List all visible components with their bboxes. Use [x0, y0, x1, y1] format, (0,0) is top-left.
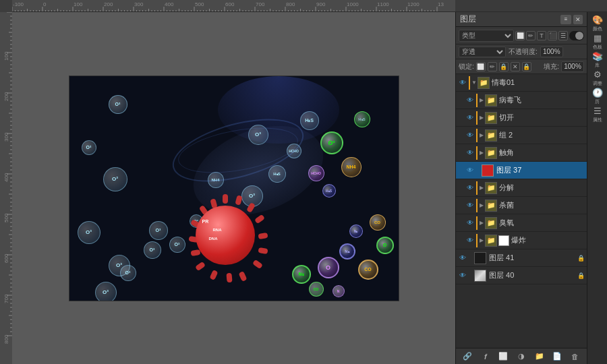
bubble: O³ — [144, 241, 161, 259]
layers-panel-toolbar: 🔗 f ⬜ ◑ 📁 📄 🗑 — [456, 348, 587, 364]
layer-effects-btn[interactable]: f — [480, 351, 492, 363]
bubble-co-2: CO — [370, 214, 386, 231]
layer-name-10: 爆炸 — [511, 235, 585, 245]
layer-name-3: 切开 — [499, 113, 585, 123]
link-layers-btn[interactable]: 🔗 — [461, 351, 473, 363]
layer-item-37[interactable]: 👁 图层 37 — [456, 162, 587, 179]
eye-toggle-2[interactable]: 👁 — [465, 96, 475, 105]
layer-item-41[interactable]: 👁 图层 41 🔒 — [456, 249, 587, 267]
lock-draw-btn[interactable]: ✏ — [488, 62, 497, 71]
vertical-ruler — [0, 12, 12, 364]
right-icon-strip: 🎨 颜色 ▦ 色板 📚 库 ⚙ 调整 🕐 历 ☰ 属性 — [587, 12, 607, 364]
bubble: O³ — [82, 140, 96, 155]
bubble: O³ — [169, 237, 185, 253]
color-panel-icon[interactable]: 🎨 颜色 — [589, 15, 606, 32]
eye-toggle-11[interactable]: 👁 — [458, 253, 467, 263]
bubble: H₂S — [300, 111, 319, 130]
adjustments-panel-icon[interactable]: ⚙ 调整 — [589, 69, 606, 87]
virus: PR RNA DNA — [187, 198, 268, 278]
layers-panel: 图层 ≡ ✕ 类型 ⬜ ✏ T ⬛ ☰ 穿透 — [455, 12, 587, 364]
filter-icon-3[interactable]: T — [537, 31, 546, 40]
eye-toggle-7[interactable]: 👁 — [465, 183, 475, 193]
filter-icon-4[interactable]: ⬛ — [548, 31, 557, 40]
artwork-canvas: O³ O³ O³ O³ O³ O³ O³ O³ O³ O³ O³ NH4 NH4… — [69, 75, 399, 301]
adjustment-layer-btn[interactable]: ◑ — [515, 351, 527, 363]
filter-icon-1[interactable]: ⬜ — [515, 31, 525, 40]
filter-icon-5[interactable]: ☰ — [558, 31, 568, 40]
bubble-blue: H₂S — [322, 184, 336, 198]
bubble: O³ — [103, 167, 127, 191]
bubble-o-2: O — [376, 237, 394, 254]
fill-input[interactable] — [561, 61, 584, 72]
filter-toggle[interactable] — [569, 31, 584, 40]
layer-item-bingdufe[interactable]: 👁 ▶ 📁 病毒飞 — [456, 92, 587, 109]
lock-icon-12: 🔒 — [577, 272, 585, 280]
eye-toggle-10[interactable]: 👁 — [465, 236, 475, 245]
panel-menu-button[interactable]: ≡ — [560, 15, 571, 24]
lock-pixel-btn[interactable]: 🔒 — [499, 62, 509, 71]
eye-toggle-1[interactable]: 👁 — [458, 78, 467, 88]
bubble: O³ — [109, 95, 127, 114]
lock-all-btn[interactable]: 🔒 — [522, 62, 531, 71]
bubble-purple: HCHO — [308, 165, 324, 181]
layer-name-5: 触角 — [499, 148, 585, 158]
layer-name-9: 臭氧 — [499, 218, 585, 228]
layer-name-8: 杀菌 — [499, 200, 585, 210]
layers-panel-titlebar: 图层 ≡ ✕ — [456, 12, 587, 27]
layer-item-choudang[interactable]: 👁 ▶ 📁 臭氧 — [456, 214, 587, 232]
bubble-co-3: CO — [309, 282, 324, 297]
eye-toggle-6[interactable]: 👁 — [465, 166, 475, 175]
layer-name-2: 病毒飞 — [499, 95, 585, 105]
eye-toggle-4[interactable]: 👁 — [465, 131, 475, 140]
layer-list: 👁 ▼ 📁 情毒01 👁 ▶ 📁 病毒飞 👁 — [456, 74, 587, 348]
layer-item-shajun[interactable]: 👁 ▶ 📁 杀菌 — [456, 197, 587, 214]
layer-name-6: 图层 37 — [496, 165, 585, 175]
layer-type-select[interactable]: 类型 — [459, 30, 514, 42]
bubble-co-1: CO — [358, 260, 378, 280]
new-layer-btn[interactable]: 📄 — [551, 351, 563, 363]
layer-item-baozha[interactable]: 👁 ▶ 📁 爆炸 — [456, 232, 587, 249]
group-layers-btn[interactable]: 📁 — [533, 351, 546, 363]
bubble: O³ — [95, 282, 117, 301]
eye-toggle-12[interactable]: 👁 — [458, 271, 467, 280]
layer-item-fenjie[interactable]: 👁 ▶ 📁 分解 — [456, 179, 587, 197]
fill-label: 填充: — [544, 62, 559, 71]
panel-close-button[interactable]: ✕ — [573, 15, 583, 24]
bubble: O³ — [149, 221, 168, 240]
eye-toggle-8[interactable]: 👁 — [465, 201, 475, 210]
opacity-input[interactable] — [540, 47, 563, 57]
library-panel-icon[interactable]: 📚 库 — [589, 51, 606, 69]
eye-toggle-5[interactable]: 👁 — [465, 148, 475, 158]
layer-name-4: 组 2 — [499, 130, 585, 140]
bubble-green2: H₂S — [354, 111, 370, 127]
bubble-orange: NH4 — [341, 157, 362, 177]
swatches-panel-icon[interactable]: ▦ 色板 — [589, 33, 606, 51]
eye-toggle-3[interactable]: 👁 — [465, 113, 475, 123]
lock-label: 锁定: — [459, 62, 474, 71]
properties-panel-icon[interactable]: ☰ 属性 — [589, 106, 606, 123]
bubble-n2-3: N₂ — [349, 224, 363, 238]
lock-move-btn[interactable]: ✕ — [511, 62, 520, 71]
horizontal-ruler — [0, 0, 607, 12]
blend-mode-select[interactable]: 穿透 — [459, 47, 506, 57]
layer-item-zu2[interactable]: 👁 ▶ 📁 组 2 — [456, 127, 587, 144]
canvas-area: O³ O³ O³ O³ O³ O³ O³ O³ O³ O³ O³ NH4 NH4… — [12, 12, 455, 364]
filter-icon-2[interactable]: ✏ — [526, 31, 536, 40]
layer-item-40[interactable]: 👁 图层 40 🔒 — [456, 267, 587, 284]
layer-mask-btn[interactable]: ⬜ — [497, 351, 509, 363]
bubble-n2-2: N₂ — [339, 243, 355, 260]
layer-name-7: 分解 — [499, 183, 585, 193]
eye-toggle-9[interactable]: 👁 — [465, 218, 475, 228]
layer-item-qingdu01[interactable]: 👁 ▼ 📁 情毒01 — [456, 74, 587, 92]
lock-position-btn[interactable]: ⬜ — [476, 62, 486, 71]
blend-opacity-bar: 穿透 不透明度: — [456, 44, 587, 59]
layer-name-1: 情毒01 — [492, 78, 585, 88]
layers-panel-title: 图层 — [460, 13, 476, 25]
layer-filter-bar: 类型 ⬜ ✏ T ⬛ ☰ — [456, 27, 587, 44]
layer-item-qiekai[interactable]: 👁 ▶ 📁 切开 — [456, 109, 587, 127]
history-panel-icon[interactable]: 🕐 历 — [589, 88, 606, 105]
delete-layer-btn[interactable]: 🗑 — [569, 351, 581, 363]
bubble-o-1: O — [318, 257, 339, 278]
layer-item-chujiao[interactable]: 👁 ▶ 📁 触角 — [456, 144, 587, 162]
bubble-n-1: N — [333, 285, 345, 297]
